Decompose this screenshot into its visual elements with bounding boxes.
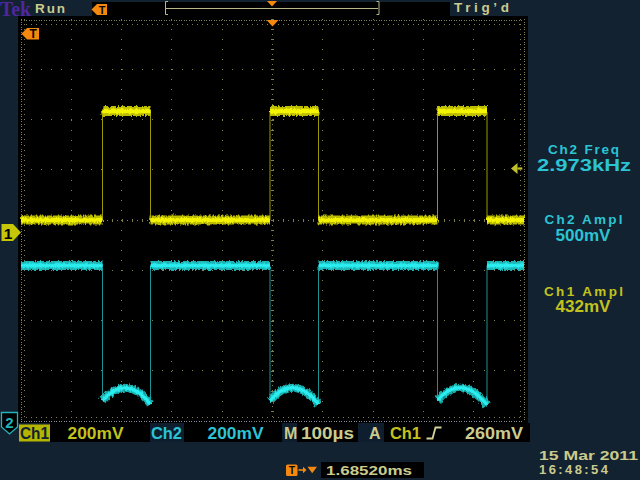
svg-text:T: T [30, 27, 38, 41]
svg-text:Ch1 Ampl: Ch1 Ampl [544, 284, 623, 299]
svg-text:Ch2 Ampl: Ch2 Ampl [545, 212, 623, 227]
svg-text:16:48:54: 16:48:54 [539, 462, 609, 477]
svg-text:A: A [369, 425, 381, 442]
svg-text:432mV: 432mV [556, 298, 611, 315]
svg-text:260mV: 260mV [465, 425, 523, 442]
svg-text:Tek: Tek [0, 0, 31, 21]
svg-text:2: 2 [5, 414, 13, 431]
svg-text:100µs: 100µs [301, 425, 354, 442]
svg-text:15 Mar 2011: 15 Mar 2011 [539, 448, 638, 463]
svg-text:2.973kHz: 2.973kHz [537, 157, 631, 174]
svg-text:500mV: 500mV [556, 227, 611, 244]
svg-text:T: T [99, 4, 106, 16]
svg-text:M: M [284, 425, 297, 442]
svg-text:Ch1: Ch1 [390, 425, 421, 442]
svg-text:Ch1: Ch1 [20, 425, 49, 442]
svg-text:T: T [289, 464, 296, 476]
svg-text:200mV: 200mV [208, 425, 264, 442]
svg-text:Run: Run [35, 1, 65, 16]
svg-text:1: 1 [4, 225, 13, 242]
svg-text:1.68520ms: 1.68520ms [326, 463, 412, 478]
svg-text:Trig’d: Trig’d [454, 0, 509, 15]
svg-text:Ch2: Ch2 [151, 425, 182, 442]
svg-text:200mV: 200mV [68, 425, 124, 442]
svg-text:Ch2 Freq: Ch2 Freq [548, 142, 619, 157]
